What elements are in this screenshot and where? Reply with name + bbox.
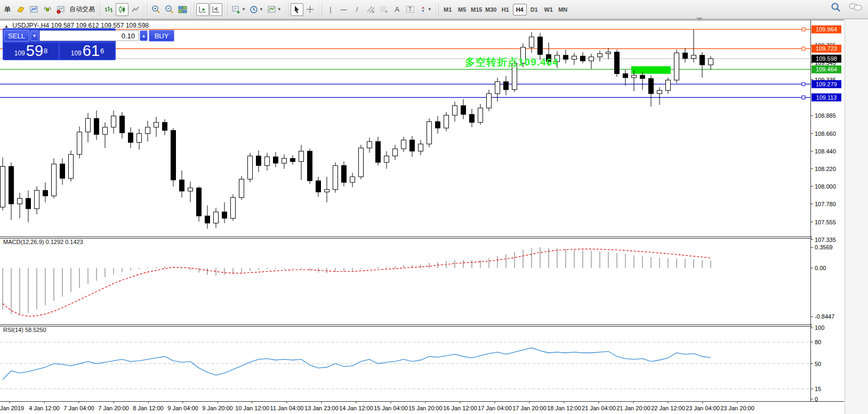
candle-body (197, 188, 202, 216)
candle-body (581, 56, 585, 61)
volume-input[interactable] (39, 30, 139, 41)
time-tick-label[interactable]: 22 Jan 12:00 (651, 405, 685, 411)
candle-body (495, 82, 500, 94)
candle-body (111, 116, 116, 127)
buy-price-display[interactable]: 109 61 6 (60, 43, 115, 59)
macd-signal-line (3, 249, 711, 316)
time-tick-label[interactable]: 7 Jan 04:00 (63, 405, 94, 411)
price-tick-label: 107.335 (815, 237, 836, 243)
candle-body (453, 105, 457, 115)
time-tick-label[interactable]: 17 Jan 04:00 (478, 405, 512, 411)
level-handle[interactable] (802, 96, 805, 99)
candle-body (94, 118, 99, 134)
macd-tick-label: -0.8447 (815, 313, 834, 320)
time-tick-label[interactable]: 9 Jan 20:00 (202, 405, 233, 411)
rsi-tick-label: 15 (815, 386, 821, 392)
sell-price-display[interactable]: 109 59 8 (4, 43, 58, 59)
level-handle[interactable] (802, 28, 805, 31)
buy-button[interactable]: BUY (149, 30, 174, 42)
candle-body (256, 156, 261, 166)
candle-body (410, 140, 415, 151)
price-tick-label: 107.780 (815, 201, 836, 207)
time-tick-label[interactable]: 14 Jan 12:00 (339, 405, 373, 411)
candle-body (52, 164, 57, 196)
candle-body (333, 166, 338, 190)
time-tick-label[interactable]: 18 Jan 12:00 (547, 405, 581, 411)
price-tick-label: 108.440 (815, 148, 836, 155)
candle-body (248, 156, 253, 180)
candle-body (692, 55, 696, 59)
price-tick-label: 108.220 (815, 166, 836, 172)
time-tick-label[interactable]: 10 Jan 12:00 (235, 405, 269, 411)
candle-body (316, 181, 321, 192)
candle-body (615, 52, 620, 74)
current-price-label-text: 109.598 (816, 55, 837, 62)
candle-body (342, 166, 347, 183)
level-handle[interactable] (802, 83, 805, 86)
time-tick-label[interactable]: 11 Jan 04:00 (270, 405, 304, 411)
chart-shift-marker[interactable] (696, 18, 703, 21)
time-tick-label[interactable]: 17 Jan 20:00 (512, 405, 546, 411)
time-tick-label[interactable]: 9 Jan 04:00 (167, 405, 198, 411)
candle-body (606, 52, 611, 54)
candle-body (529, 37, 534, 47)
candle-body (274, 157, 278, 163)
volume-up-button[interactable]: ▲ (140, 30, 148, 41)
candle-body (666, 80, 671, 91)
candle-body (214, 212, 219, 223)
time-tick-label[interactable]: 3 Jan 2019 (0, 405, 24, 411)
sell-price-main: 59 (26, 43, 43, 59)
candle-body (350, 177, 355, 183)
candle-body (367, 142, 372, 148)
time-tick-label[interactable]: 8 Jan 12:00 (133, 405, 164, 411)
one-click-trade-panel: SELL ▼ ▲ BUY 109 59 8 109 61 6 (3, 28, 116, 60)
rsi-tick-label: 100 (815, 324, 824, 331)
price-label-text: 109.113 (816, 94, 837, 101)
time-tick-label[interactable]: 23 Jan 04:00 (686, 405, 720, 411)
candle-body (77, 132, 82, 155)
candle-body (222, 212, 227, 218)
price-tick-label: 108.000 (815, 183, 836, 190)
candle-body (538, 37, 543, 54)
candle-body (461, 105, 466, 115)
candle-body (137, 134, 142, 143)
candle-body (188, 188, 193, 191)
time-tick-label[interactable]: 15 Jan 04:00 (374, 405, 408, 411)
rsi-tick-label: 80 (815, 339, 821, 345)
candle-body (487, 94, 492, 108)
candle-body (120, 116, 125, 133)
candle-body (86, 118, 91, 132)
candle-body (205, 216, 210, 223)
sell-price-pip: 8 (44, 43, 47, 59)
candle-body (649, 78, 654, 94)
time-tick-label[interactable]: 23 Jan 20:00 (720, 405, 754, 411)
candle-body (26, 198, 31, 209)
sell-button[interactable]: SELL (4, 30, 29, 42)
candle-body (683, 53, 688, 59)
price-tick-label: 108.885 (815, 112, 836, 119)
chart-canvas: 109.765109.545109.335108.885108.660108.4… (0, 0, 868, 414)
candle-body (623, 74, 628, 78)
time-tick-label[interactable]: 4 Jan 12:00 (29, 405, 60, 411)
time-tick-label[interactable]: 21 Jan 20:00 (616, 405, 650, 411)
time-tick-label[interactable]: 7 Jan 20:00 (98, 405, 129, 411)
time-tick-label[interactable]: 15 Jan 20:00 (408, 405, 443, 411)
candle-body (674, 53, 679, 80)
time-tick-label[interactable]: 21 Jan 04:00 (582, 405, 616, 411)
candle-body (239, 179, 244, 198)
candle-body (231, 198, 236, 218)
level-handle[interactable] (802, 47, 805, 50)
candle-body (265, 157, 270, 166)
candle-body (572, 56, 577, 59)
candle-body (60, 164, 65, 178)
time-tick-label[interactable]: 13 Jan 23:00 (304, 405, 339, 411)
price-tick-label: 107.555 (815, 219, 836, 225)
time-tick-label[interactable]: 16 Jan 12:00 (443, 405, 477, 411)
candle-body (35, 190, 39, 209)
pivot-annotation: 多空转折点109.464 (465, 55, 559, 69)
candle-body (709, 59, 713, 65)
volume-down-button[interactable]: ▼ (30, 30, 38, 41)
green-rectangle-object[interactable] (631, 66, 671, 74)
candle-body (325, 190, 329, 192)
candle-body (589, 57, 594, 61)
